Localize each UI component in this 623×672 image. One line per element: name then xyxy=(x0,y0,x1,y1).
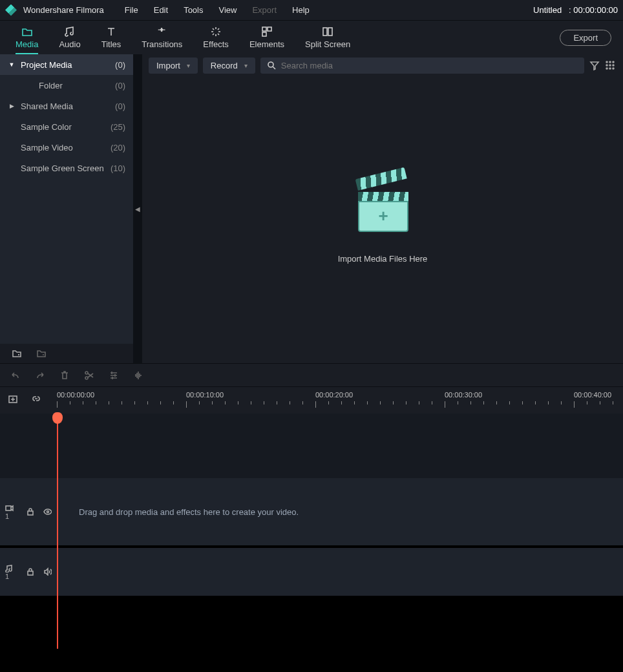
svg-point-14 xyxy=(613,68,614,69)
ruler-mark: 00:00:30:00 xyxy=(445,391,482,399)
grid-icon xyxy=(605,60,615,70)
timeline-spacer xyxy=(0,414,623,478)
tab-titles[interactable]: Titles xyxy=(91,21,132,54)
playhead[interactable] xyxy=(57,414,58,649)
lock-track-button[interactable] xyxy=(26,507,34,517)
tab-transitions[interactable]: Transitions xyxy=(131,21,193,54)
main-tabs: Media Audio Titles Transitions Effects E… xyxy=(0,21,623,54)
svg-point-16 xyxy=(85,377,88,379)
view-grid-button[interactable] xyxy=(605,60,615,70)
clapperboard-icon: + xyxy=(354,176,411,235)
svg-point-6 xyxy=(606,61,607,63)
trash-icon xyxy=(59,370,70,381)
split-button[interactable] xyxy=(84,370,94,381)
ruler-mark: 00:00:00:00 xyxy=(57,391,94,399)
menu-file[interactable]: File xyxy=(118,3,145,17)
search-box xyxy=(260,58,584,74)
export-button[interactable]: Export xyxy=(560,30,611,46)
menu-help[interactable]: Help xyxy=(286,3,316,17)
audio-track-badge: 1 xyxy=(5,563,17,580)
adjust-button[interactable] xyxy=(109,370,119,381)
add-track-icon xyxy=(8,394,18,404)
sidebar-item-label: Sample Color xyxy=(21,122,111,132)
chevron-down-icon: ▾ xyxy=(244,62,248,69)
svg-rect-19 xyxy=(28,511,33,515)
delete-button[interactable] xyxy=(59,370,70,381)
panel-splitter[interactable]: ◀ xyxy=(133,54,142,363)
app-title: Wondershare Filmora xyxy=(23,5,104,15)
project-time: 00:00:00:00 xyxy=(573,5,618,15)
sidebar-item-sample-green-screen[interactable]: Sample Green Screen(10) xyxy=(0,158,133,178)
music-icon xyxy=(64,26,76,37)
timeline-ruler[interactable]: 00:00:00:0000:00:10:0000:00:20:0000:00:3… xyxy=(57,387,623,414)
ruler-mark: 00:00:20:00 xyxy=(315,391,353,399)
expand-arrow-icon: ▼ xyxy=(8,61,16,68)
tab-elements[interactable]: Elements xyxy=(239,21,295,54)
timeline-header-left xyxy=(0,387,57,414)
toggle-visibility-button[interactable] xyxy=(43,507,52,517)
media-toolbar: Import ▾ Record ▾ xyxy=(142,54,623,76)
link-button[interactable] xyxy=(31,394,41,406)
search-input[interactable] xyxy=(281,61,578,70)
sidebar-item-count: (20) xyxy=(111,143,125,152)
link-icon xyxy=(31,394,41,404)
sidebar-item-folder[interactable]: Folder(0) xyxy=(0,75,133,96)
timeline-body: 1 Drag and drop media and effects here t… xyxy=(0,414,623,649)
svg-rect-4 xyxy=(328,28,332,36)
workspace: ▼Project Media(0)Folder(0)▶Shared Media(… xyxy=(0,54,623,363)
sidebar-item-label: Sample Video xyxy=(21,143,111,152)
waveform-icon xyxy=(133,370,143,381)
timeline-blank xyxy=(0,596,623,649)
lock-icon xyxy=(26,507,34,516)
audio-track[interactable]: 1 xyxy=(0,548,623,596)
svg-point-5 xyxy=(268,62,273,67)
lock-track-button[interactable] xyxy=(26,567,34,577)
folder-minus-icon xyxy=(36,348,47,357)
sidebar-item-project-media[interactable]: ▼Project Media(0) xyxy=(0,54,133,75)
import-dropdown[interactable]: Import ▾ xyxy=(149,58,198,74)
delete-folder-button[interactable] xyxy=(36,348,47,359)
eye-icon xyxy=(43,507,52,516)
redo-icon xyxy=(35,370,45,381)
speaker-icon xyxy=(43,567,52,576)
undo-button[interactable] xyxy=(10,370,21,381)
audio-track-head: 1 xyxy=(0,548,57,596)
filter-button[interactable] xyxy=(589,60,600,70)
media-drop-zone[interactable]: + Import Media Files Here xyxy=(142,76,623,363)
search-icon xyxy=(267,61,276,70)
tab-effects[interactable]: Effects xyxy=(193,21,239,54)
video-icon xyxy=(5,504,14,512)
project-name: Untitled xyxy=(533,5,562,15)
chevron-down-icon: ▾ xyxy=(187,62,190,69)
record-dropdown[interactable]: Record ▾ xyxy=(203,58,255,74)
lock-icon xyxy=(26,567,34,576)
menu-edit[interactable]: Edit xyxy=(147,3,174,17)
new-folder-button[interactable] xyxy=(12,348,22,359)
menu-view[interactable]: View xyxy=(212,3,243,17)
tab-media[interactable]: Media xyxy=(5,21,48,54)
video-track-lane[interactable]: Drag and drop media and effects here to … xyxy=(57,478,623,545)
sidebar-item-sample-color[interactable]: Sample Color(25) xyxy=(0,116,133,137)
transitions-icon xyxy=(156,26,168,37)
audio-track-lane[interactable] xyxy=(57,548,623,596)
sidebar-item-sample-video[interactable]: Sample Video(20) xyxy=(0,137,133,158)
mute-track-button[interactable] xyxy=(43,567,52,577)
svg-point-12 xyxy=(606,68,607,69)
video-track[interactable]: 1 Drag and drop media and effects here t… xyxy=(0,478,623,545)
redo-button[interactable] xyxy=(35,370,45,381)
svg-point-7 xyxy=(609,61,611,63)
menu-export[interactable]: Export xyxy=(246,3,283,17)
svg-point-15 xyxy=(85,372,88,374)
sidebar-item-shared-media[interactable]: ▶Shared Media(0) xyxy=(0,96,133,116)
menu-tools[interactable]: Tools xyxy=(177,3,209,17)
audio-edit-button[interactable] xyxy=(133,370,143,381)
add-track-button[interactable] xyxy=(8,394,18,406)
sidebar-item-label: Sample Green Screen xyxy=(21,163,111,173)
tab-split-screen[interactable]: Split Screen xyxy=(295,21,361,54)
sidebar-item-label: Shared Media xyxy=(21,101,115,111)
sidebar-item-count: (0) xyxy=(115,81,125,90)
tab-audio[interactable]: Audio xyxy=(48,21,90,54)
sidebar-item-label: Project Media xyxy=(21,60,115,70)
menu-bar: Wondershare Filmora File Edit Tools View… xyxy=(0,0,623,21)
elements-icon xyxy=(261,26,273,37)
